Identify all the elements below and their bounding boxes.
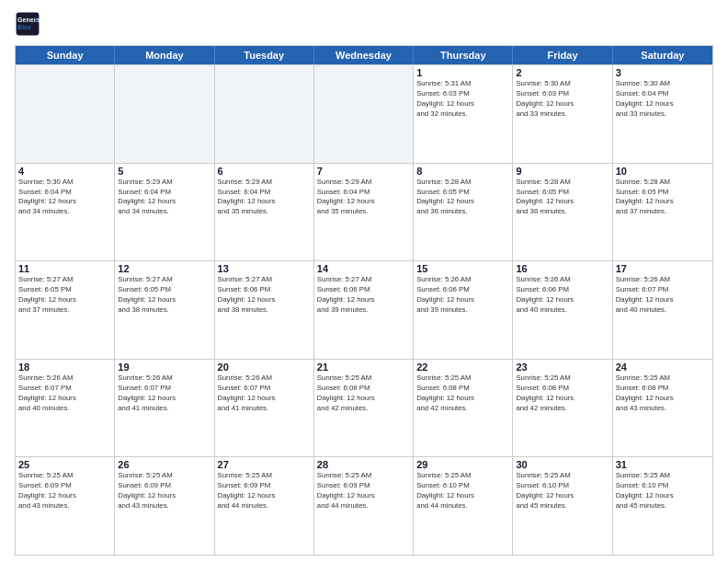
- day-number: 8: [416, 166, 509, 177]
- cell-info: Sunrise: 5:25 AMSunset: 6:09 PMDaylight:…: [218, 471, 311, 511]
- day-number: 17: [616, 263, 710, 274]
- cal-cell-8: 8Sunrise: 5:28 AMSunset: 6:05 PMDaylight…: [414, 164, 513, 261]
- calendar: SundayMondayTuesdayWednesdayThursdayFrid…: [15, 45, 713, 556]
- week-row-2: 11Sunrise: 5:27 AMSunset: 6:05 PMDayligh…: [16, 260, 712, 359]
- cell-info: Sunrise: 5:25 AMSunset: 6:08 PMDaylight:…: [416, 373, 509, 414]
- cell-info: Sunrise: 5:27 AMSunset: 6:05 PMDaylight:…: [118, 275, 210, 316]
- day-number: 12: [118, 263, 210, 274]
- day-number: 18: [18, 362, 111, 373]
- cal-cell-13: 13Sunrise: 5:27 AMSunset: 6:06 PMDayligh…: [215, 261, 314, 359]
- day-number: 1: [416, 67, 509, 78]
- cell-info: Sunrise: 5:29 AMSunset: 6:04 PMDaylight:…: [218, 178, 311, 218]
- day-number: 20: [218, 362, 311, 373]
- day-number: 22: [416, 362, 509, 373]
- cal-cell-26: 26Sunrise: 5:25 AMSunset: 6:09 PMDayligh…: [115, 457, 214, 555]
- cal-cell-21: 21Sunrise: 5:25 AMSunset: 6:08 PMDayligh…: [314, 360, 414, 457]
- cal-cell-empty-0-3: [314, 65, 414, 163]
- cell-info: Sunrise: 5:28 AMSunset: 6:05 PMDaylight:…: [416, 178, 509, 218]
- week-row-4: 25Sunrise: 5:25 AMSunset: 6:09 PMDayligh…: [16, 456, 712, 555]
- cell-info: Sunrise: 5:26 AMSunset: 6:07 PMDaylight:…: [616, 275, 710, 316]
- header-day-wednesday: Wednesday: [314, 46, 414, 64]
- cell-info: Sunrise: 5:26 AMSunset: 6:07 PMDaylight:…: [118, 373, 210, 414]
- cell-info: Sunrise: 5:25 AMSunset: 6:08 PMDaylight:…: [616, 373, 710, 414]
- day-number: 10: [616, 166, 710, 177]
- cal-cell-15: 15Sunrise: 5:26 AMSunset: 6:06 PMDayligh…: [414, 261, 513, 359]
- cell-info: Sunrise: 5:26 AMSunset: 6:06 PMDaylight:…: [516, 275, 609, 316]
- cell-info: Sunrise: 5:28 AMSunset: 6:05 PMDaylight:…: [516, 178, 609, 218]
- cal-cell-12: 12Sunrise: 5:27 AMSunset: 6:05 PMDayligh…: [115, 261, 214, 359]
- cell-info: Sunrise: 5:30 AMSunset: 6:03 PMDaylight:…: [516, 79, 609, 120]
- page: General Blue SundayMondayTuesdayWednesda…: [0, 0, 728, 563]
- day-number: 26: [118, 459, 210, 470]
- cal-cell-14: 14Sunrise: 5:27 AMSunset: 6:06 PMDayligh…: [314, 261, 414, 359]
- cal-cell-19: 19Sunrise: 5:26 AMSunset: 6:07 PMDayligh…: [115, 360, 214, 457]
- cell-info: Sunrise: 5:25 AMSunset: 6:10 PMDaylight:…: [516, 471, 609, 511]
- week-row-1: 4Sunrise: 5:30 AMSunset: 6:04 PMDaylight…: [16, 163, 712, 261]
- cal-cell-24: 24Sunrise: 5:25 AMSunset: 6:08 PMDayligh…: [613, 360, 712, 457]
- week-row-0: 1Sunrise: 5:31 AMSunset: 6:03 PMDaylight…: [16, 64, 712, 163]
- cell-info: Sunrise: 5:29 AMSunset: 6:04 PMDaylight:…: [118, 178, 210, 218]
- cell-info: Sunrise: 5:27 AMSunset: 6:06 PMDaylight:…: [218, 275, 311, 316]
- header-day-saturday: Saturday: [613, 46, 712, 64]
- cell-info: Sunrise: 5:25 AMSunset: 6:08 PMDaylight:…: [317, 373, 410, 414]
- cal-cell-29: 29Sunrise: 5:25 AMSunset: 6:10 PMDayligh…: [414, 457, 513, 555]
- cal-cell-5: 5Sunrise: 5:29 AMSunset: 6:04 PMDaylight…: [115, 164, 214, 261]
- day-number: 31: [616, 459, 710, 470]
- cell-info: Sunrise: 5:30 AMSunset: 6:04 PMDaylight:…: [18, 178, 111, 218]
- cal-cell-6: 6Sunrise: 5:29 AMSunset: 6:04 PMDaylight…: [215, 164, 314, 261]
- day-number: 13: [218, 263, 311, 274]
- day-number: 4: [18, 166, 111, 177]
- day-number: 24: [616, 362, 710, 373]
- day-number: 6: [218, 166, 311, 177]
- cal-cell-1: 1Sunrise: 5:31 AMSunset: 6:03 PMDaylight…: [414, 65, 513, 163]
- header-day-sunday: Sunday: [16, 46, 115, 64]
- cal-cell-10: 10Sunrise: 5:28 AMSunset: 6:05 PMDayligh…: [613, 164, 712, 261]
- week-row-3: 18Sunrise: 5:26 AMSunset: 6:07 PMDayligh…: [16, 359, 712, 457]
- cell-info: Sunrise: 5:25 AMSunset: 6:10 PMDaylight:…: [416, 471, 509, 511]
- day-number: 23: [516, 362, 609, 373]
- cell-info: Sunrise: 5:30 AMSunset: 6:04 PMDaylight:…: [616, 79, 710, 120]
- day-number: 14: [317, 263, 410, 274]
- cal-cell-18: 18Sunrise: 5:26 AMSunset: 6:07 PMDayligh…: [16, 360, 115, 457]
- header-day-monday: Monday: [115, 46, 214, 64]
- day-number: 9: [516, 166, 609, 177]
- cell-info: Sunrise: 5:26 AMSunset: 6:06 PMDaylight:…: [416, 275, 509, 316]
- cal-cell-3: 3Sunrise: 5:30 AMSunset: 6:04 PMDaylight…: [613, 65, 712, 163]
- cell-info: Sunrise: 5:25 AMSunset: 6:09 PMDaylight:…: [317, 471, 410, 511]
- cal-cell-9: 9Sunrise: 5:28 AMSunset: 6:05 PMDaylight…: [513, 164, 612, 261]
- cell-info: Sunrise: 5:26 AMSunset: 6:07 PMDaylight:…: [18, 373, 111, 414]
- header: General Blue: [15, 11, 713, 37]
- cal-cell-22: 22Sunrise: 5:25 AMSunset: 6:08 PMDayligh…: [414, 360, 513, 457]
- day-number: 21: [317, 362, 410, 373]
- day-number: 25: [18, 459, 111, 470]
- calendar-header: SundayMondayTuesdayWednesdayThursdayFrid…: [16, 46, 712, 64]
- day-number: 16: [516, 263, 609, 274]
- cal-cell-empty-0-2: [215, 65, 314, 163]
- calendar-body: 1Sunrise: 5:31 AMSunset: 6:03 PMDaylight…: [16, 64, 712, 555]
- cell-info: Sunrise: 5:25 AMSunset: 6:10 PMDaylight:…: [616, 471, 710, 511]
- cal-cell-20: 20Sunrise: 5:26 AMSunset: 6:07 PMDayligh…: [215, 360, 314, 457]
- logo-icon: General Blue: [15, 11, 40, 37]
- cal-cell-empty-0-0: [16, 65, 115, 163]
- logo: General Blue: [15, 11, 44, 37]
- cal-cell-2: 2Sunrise: 5:30 AMSunset: 6:03 PMDaylight…: [513, 65, 612, 163]
- day-number: 15: [416, 263, 509, 274]
- header-day-friday: Friday: [513, 46, 612, 64]
- cal-cell-4: 4Sunrise: 5:30 AMSunset: 6:04 PMDaylight…: [16, 164, 115, 261]
- cell-info: Sunrise: 5:25 AMSunset: 6:09 PMDaylight:…: [18, 471, 111, 511]
- day-number: 2: [516, 67, 609, 78]
- cal-cell-31: 31Sunrise: 5:25 AMSunset: 6:10 PMDayligh…: [613, 457, 712, 555]
- cal-cell-30: 30Sunrise: 5:25 AMSunset: 6:10 PMDayligh…: [513, 457, 612, 555]
- cell-info: Sunrise: 5:31 AMSunset: 6:03 PMDaylight:…: [416, 79, 509, 120]
- cell-info: Sunrise: 5:26 AMSunset: 6:07 PMDaylight:…: [218, 373, 311, 414]
- header-day-thursday: Thursday: [414, 46, 513, 64]
- cal-cell-25: 25Sunrise: 5:25 AMSunset: 6:09 PMDayligh…: [16, 457, 115, 555]
- day-number: 28: [317, 459, 410, 470]
- cal-cell-11: 11Sunrise: 5:27 AMSunset: 6:05 PMDayligh…: [16, 261, 115, 359]
- cell-info: Sunrise: 5:27 AMSunset: 6:05 PMDaylight:…: [18, 275, 111, 316]
- cell-info: Sunrise: 5:25 AMSunset: 6:09 PMDaylight:…: [118, 471, 210, 511]
- day-number: 29: [416, 459, 509, 470]
- day-number: 5: [118, 166, 210, 177]
- cal-cell-7: 7Sunrise: 5:29 AMSunset: 6:04 PMDaylight…: [314, 164, 414, 261]
- cal-cell-16: 16Sunrise: 5:26 AMSunset: 6:06 PMDayligh…: [513, 261, 612, 359]
